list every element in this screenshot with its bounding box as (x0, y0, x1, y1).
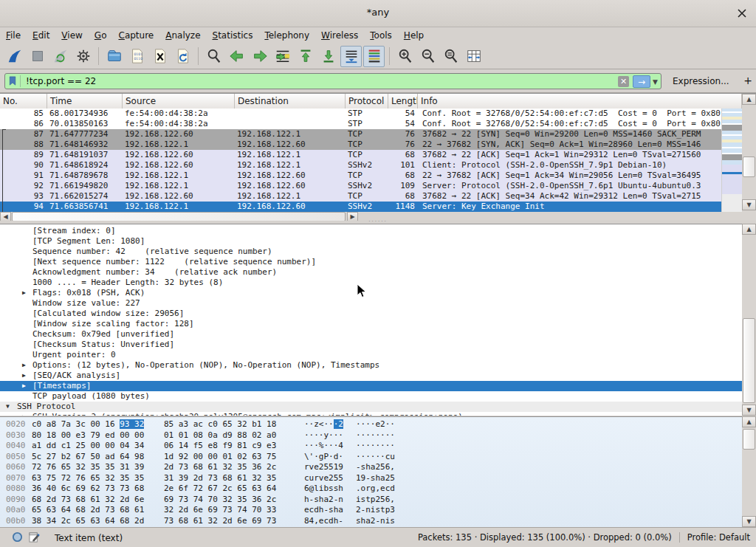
filter-clear-button[interactable]: ✕ (618, 76, 629, 87)
detail-line[interactable]: ▶[SEQ/ACK analysis] (0, 371, 742, 381)
packet-list-vscrollbar[interactable]: ▲ ▼ (742, 94, 756, 212)
auto-scroll-button[interactable] (340, 46, 362, 67)
detail-line[interactable]: ▼SSH Protocol (0, 402, 742, 412)
menu-view[interactable]: View (55, 28, 88, 43)
detail-line[interactable]: [Checksum Status: Unverified] (0, 340, 742, 350)
packet-row-89[interactable]: 8971.648191037192.168.122.60192.168.122.… (0, 150, 721, 160)
detail-line[interactable]: ▶[Timestamps] (0, 381, 742, 391)
close-button[interactable] (735, 7, 749, 20)
stop-capture-button[interactable] (27, 46, 48, 67)
go-back-button[interactable] (226, 46, 247, 67)
vscroll-thumb[interactable] (743, 156, 755, 177)
save-file-button[interactable]: 01010110 (126, 46, 148, 67)
capture-comment-icon[interactable] (29, 531, 40, 545)
packet-row-88[interactable]: 8871.648146932192.168.122.1192.168.122.6… (0, 140, 721, 150)
bytes-vscrollbar[interactable]: ▲ ▼ (742, 416, 756, 527)
menu-help[interactable]: Help (398, 28, 430, 43)
hex-row-00b0[interactable]: 00b038 34 2c 65 63 64 68 2d73 68 61 32 2… (0, 516, 742, 527)
zoom-out-button[interactable] (417, 46, 439, 67)
add-filter-button[interactable]: + (743, 75, 753, 86)
scroll-up-icon[interactable]: ▲ (742, 224, 756, 235)
expander-icon[interactable]: ▶ (22, 412, 26, 416)
packet-row-86[interactable]: 8670.013850163fe:54:00:d4:38:2aSTP54Conf… (0, 119, 721, 129)
go-first-button[interactable] (295, 46, 316, 67)
detail-line[interactable]: ▶Flags: 0x018 (PSH, ACK) (0, 288, 742, 298)
detail-line[interactable]: Acknowledgment number: 34 (relative ack … (0, 267, 742, 278)
detail-line[interactable]: Window size value: 227 (0, 298, 742, 309)
start-capture-button[interactable] (4, 46, 25, 67)
detail-line[interactable]: Checksum: 0x79ed [unverified] (0, 329, 742, 340)
menu-tools[interactable]: Tools (364, 28, 398, 43)
detail-line[interactable]: ▶SSH Version 2 (encryption:chacha20-poly… (0, 412, 742, 416)
column-header-info[interactable]: Info (418, 94, 742, 109)
hex-row-0050[interactable]: 00505c 27 b2 67 50 ad 64 981d 92 00 00 0… (0, 452, 742, 463)
hex-row-0040[interactable]: 0040a1 dd c1 25 00 00 04 3406 14 f5 e8 f… (0, 441, 742, 452)
filter-dropdown-icon[interactable]: ▼ (653, 78, 658, 86)
column-header-time[interactable]: Time (47, 94, 123, 109)
expression-button[interactable]: Expression... (673, 76, 729, 86)
menu-file[interactable]: File (0, 28, 27, 43)
menu-statistics[interactable]: Statistics (207, 28, 259, 43)
hex-row-0060[interactable]: 006072 76 65 32 35 35 31 392d 73 68 61 3… (0, 462, 742, 473)
hex-row-0080[interactable]: 008036 40 6c 69 62 73 73 682e 6f 72 67 2… (0, 484, 742, 495)
profile-selector[interactable]: Profile: Default (687, 532, 750, 543)
packet-bytes-pane[interactable]: 0020c0 a8 7a 3c 00 16 93 3285 a3 ac c0 6… (0, 416, 742, 527)
menu-analyze[interactable]: Analyze (159, 28, 206, 43)
hex-row-0070[interactable]: 007063 75 72 76 65 32 35 3531 39 2d 73 6… (0, 473, 742, 484)
detail-line[interactable]: TCP payload (1080 bytes) (0, 391, 742, 402)
open-file-button[interactable] (103, 46, 125, 67)
scroll-up-icon[interactable]: ▲ (742, 94, 756, 105)
go-last-button[interactable] (317, 46, 339, 67)
packet-minimap[interactable] (721, 109, 743, 212)
menu-capture[interactable]: Capture (112, 28, 159, 43)
detail-line[interactable]: [Next sequence number: 1122 (relative se… (0, 257, 742, 267)
scroll-up-icon[interactable]: ▲ (742, 416, 756, 427)
column-header-no[interactable]: No. (0, 94, 47, 109)
zoom-original-button[interactable] (440, 46, 461, 67)
filter-bookmark-icon[interactable] (7, 75, 21, 87)
detail-line[interactable]: 1000 .... = Header Length: 32 bytes (8) (0, 278, 742, 288)
menu-telephony[interactable]: Telephony (258, 28, 315, 43)
capture-options-button[interactable] (72, 46, 94, 67)
hex-row-0090[interactable]: 009068 2d 73 68 61 32 2d 6e69 73 74 70 3… (0, 495, 742, 506)
menu-edit[interactable]: Edit (27, 28, 55, 43)
expert-info-icon[interactable] (12, 531, 23, 545)
packet-row-90[interactable]: 9071.648618924192.168.122.60192.168.122.… (0, 160, 721, 171)
detail-scroll-thumb[interactable] (743, 318, 755, 403)
detail-line[interactable]: [Calculated window size: 29056] (0, 309, 742, 319)
restart-capture-button[interactable] (49, 46, 71, 67)
detail-line[interactable]: [Stream index: 0] (0, 226, 742, 236)
packet-row-91[interactable]: 9171.648789678192.168.122.1192.168.122.6… (0, 171, 721, 181)
resize-columns-button[interactable] (463, 46, 484, 67)
scroll-down-icon[interactable]: ▼ (742, 199, 756, 210)
detail-line[interactable]: [Window size scaling factor: 128] (0, 319, 742, 329)
menu-go[interactable]: Go (89, 28, 113, 43)
detail-vscrollbar[interactable]: ▲ ▼ (742, 224, 756, 416)
bytes-scroll-thumb[interactable] (743, 429, 755, 450)
expander-icon[interactable]: ▶ (22, 371, 26, 381)
display-filter-input[interactable]: !tcp.port == 22 ✕ → ▼ (4, 73, 662, 89)
hex-row-0030[interactable]: 003080 18 00 e3 79 ed 00 0001 01 08 0a d… (0, 430, 742, 441)
zoom-in-button[interactable] (394, 46, 416, 67)
detail-line[interactable]: Sequence number: 42 (relative sequence n… (0, 247, 742, 257)
packet-row-93[interactable]: 9371.662015274192.168.122.60192.168.122.… (0, 191, 721, 202)
packet-row-94[interactable]: 9471.663856741192.168.122.1192.168.122.6… (0, 202, 721, 212)
hex-row-0020[interactable]: 0020c0 a8 7a 3c 00 16 93 3285 a3 ac c0 6… (0, 419, 742, 430)
column-header-source[interactable]: Source (123, 94, 235, 109)
column-header-length[interactable]: Length (388, 94, 418, 109)
detail-line[interactable]: [TCP Segment Len: 1080] (0, 236, 742, 247)
packet-row-92[interactable]: 9271.661949820192.168.122.1192.168.122.6… (0, 181, 721, 191)
detail-line[interactable]: Urgent pointer: 0 (0, 350, 742, 360)
expander-icon[interactable]: ▼ (6, 402, 10, 412)
go-to-packet-button[interactable] (272, 46, 293, 67)
detail-line[interactable]: ▶Options: (12 bytes), No-Operation (NOP)… (0, 360, 742, 371)
scroll-down-icon[interactable]: ▼ (742, 405, 756, 416)
menu-wireless[interactable]: Wireless (315, 28, 364, 43)
colorize-button[interactable] (363, 46, 385, 67)
find-packet-button[interactable] (203, 46, 224, 67)
hex-row-00a0[interactable]: 00a065 63 64 68 2d 73 68 6132 2d 6e 69 7… (0, 505, 742, 516)
expander-icon[interactable]: ▶ (22, 381, 26, 391)
expander-icon[interactable]: ▶ (22, 288, 26, 298)
close-file-button[interactable] (149, 46, 171, 67)
column-header-destination[interactable]: Destination (235, 94, 346, 109)
